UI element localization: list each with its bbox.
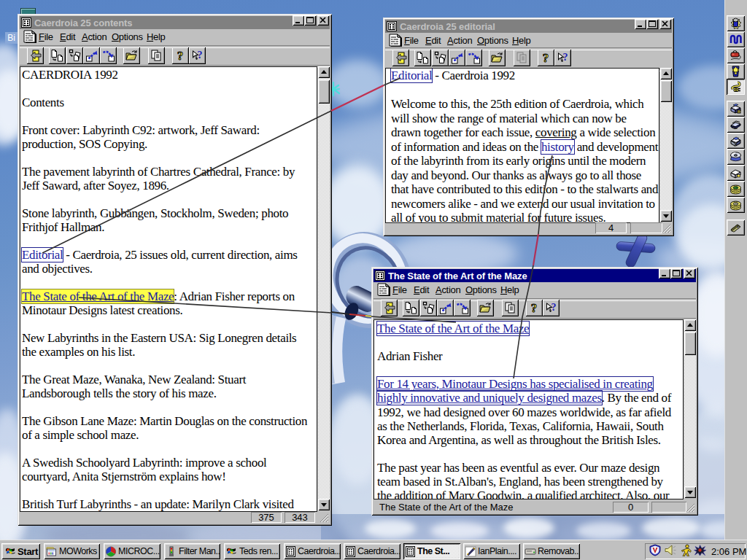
svg-text:?: ?	[531, 301, 538, 315]
svg-text:OFF: OFF	[733, 203, 738, 206]
svg-text:?: ?	[177, 49, 184, 63]
svg-text:ON: ON	[734, 187, 738, 190]
svg-text:?: ?	[543, 51, 549, 65]
